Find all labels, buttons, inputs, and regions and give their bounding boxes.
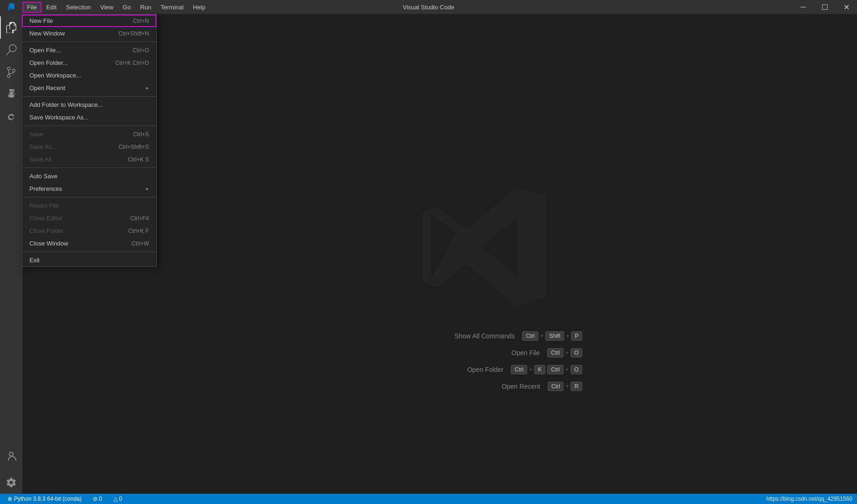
- shortcut-open-file: Open File Ctrl + O: [438, 348, 583, 357]
- menu-item-label: Close Folder: [29, 227, 128, 234]
- shortcut-keys: Ctrl + K Ctrl + O: [511, 365, 583, 374]
- activity-bar: [0, 14, 22, 494]
- menu-item-open-recent[interactable]: Open Recent ▸: [22, 82, 156, 94]
- key-ctrl: Ctrl: [548, 382, 564, 391]
- menu-item-add-folder[interactable]: Add Folder to Workspace...: [22, 98, 156, 111]
- statusbar-python-label: Python 3.8.3 64-bit (conda): [14, 496, 82, 502]
- menu-item-close-window[interactable]: Close Window Ctrl+W: [22, 237, 156, 250]
- menu-item-shortcut: Ctrl+W: [132, 240, 149, 247]
- menu-item-label: Save: [29, 131, 133, 138]
- statusbar-errors-label: ⊘ 0: [93, 496, 102, 502]
- key-ctrl: Ctrl: [547, 348, 563, 357]
- menu-item-shortcut: Ctrl+S: [133, 131, 149, 138]
- menu-item-label: Open Folder...: [29, 59, 115, 66]
- menu-item-label: Exit: [29, 257, 149, 264]
- menu-terminal[interactable]: Terminal: [156, 2, 188, 13]
- menu-item-shortcut: Ctrl+K F: [128, 228, 149, 234]
- shortcut-label: Open File: [474, 349, 540, 357]
- menu-item-revert: Revert File: [22, 199, 156, 212]
- window-title: Visual Studio Code: [403, 4, 454, 11]
- shortcut-open-folder: Open Folder Ctrl + K Ctrl + O: [438, 365, 583, 374]
- shortcut-keys: Ctrl + R: [548, 382, 582, 391]
- menu-edit[interactable]: Edit: [42, 2, 61, 13]
- key-p: P: [571, 331, 582, 341]
- key-ctrl2: Ctrl: [547, 365, 563, 374]
- menu-item-label: New File: [29, 17, 133, 24]
- file-menu-dropdown: New File Ctrl+N New Window Ctrl+Shift+N …: [21, 14, 157, 267]
- key-r: R: [571, 382, 583, 391]
- menu-go[interactable]: Go: [118, 2, 135, 13]
- menu-separator: [22, 42, 156, 42]
- menu-item-label: Save Workspace As...: [29, 114, 149, 121]
- menu-file[interactable]: File: [22, 2, 42, 13]
- menu-item-new-file[interactable]: New File Ctrl+N: [22, 14, 156, 27]
- activity-source-control[interactable]: [0, 61, 22, 84]
- menu-item-label: Open Workspace...: [29, 72, 149, 79]
- menu-separator: [22, 96, 156, 97]
- menu-item-label: Revert File: [29, 202, 149, 209]
- shortcut-keys: Ctrl + Shift + P: [522, 331, 583, 341]
- menu-item-save-workspace[interactable]: Save Workspace As...: [22, 111, 156, 124]
- statusbar-error-icon: ⊗: [7, 496, 12, 502]
- statusbar-warnings-label: △ 0: [113, 496, 122, 502]
- menu-item-shortcut: Ctrl+K S: [128, 156, 149, 163]
- menu-item-shortcut: Ctrl+Shift+S: [119, 144, 149, 150]
- submenu-arrow: ▸: [146, 186, 149, 192]
- activity-search[interactable]: [0, 39, 22, 61]
- menu-item-label: Add Folder to Workspace...: [29, 101, 149, 108]
- menu-item-label: Save All: [29, 156, 128, 163]
- shortcut-label: Open Folder: [438, 366, 504, 373]
- shortcut-keys: Ctrl + O: [547, 348, 582, 357]
- minimize-button[interactable]: ─: [793, 0, 814, 14]
- menu-item-label: Save As...: [29, 143, 119, 150]
- submenu-arrow: ▸: [146, 85, 149, 91]
- menu-item-save: Save Ctrl+S: [22, 128, 156, 140]
- menu-item-label: Auto Save: [29, 173, 149, 180]
- menu-item-preferences[interactable]: Preferences ▸: [22, 182, 156, 195]
- menu-item-label: Close Editor: [29, 215, 130, 222]
- statusbar-left: ⊗ Python 3.8.3 64-bit (conda) ⊘ 0 △ 0: [5, 494, 125, 504]
- shortcut-all-commands: Show All Commands Ctrl + Shift + P: [438, 331, 583, 341]
- menu-separator: [22, 126, 156, 126]
- activity-debug[interactable]: [0, 84, 22, 106]
- menu-item-save-as: Save As... Ctrl+Shift+S: [22, 140, 156, 153]
- menu-item-exit[interactable]: Exit: [22, 254, 156, 266]
- activity-explorer[interactable]: [0, 16, 22, 39]
- menu-item-auto-save[interactable]: Auto Save: [22, 170, 156, 182]
- key-ctrl: Ctrl: [511, 365, 527, 374]
- key-ctrl: Ctrl: [522, 331, 539, 341]
- key-o2: O: [570, 365, 582, 374]
- close-button[interactable]: ✕: [836, 0, 857, 14]
- menu-separator: [22, 197, 156, 197]
- statusbar-python[interactable]: ⊗ Python 3.8.3 64-bit (conda): [5, 494, 84, 504]
- titlebar: File Edit Selection View Go Run Terminal…: [0, 0, 857, 14]
- menu-item-shortcut: Ctrl+O: [133, 47, 149, 54]
- statusbar-warnings[interactable]: △ 0: [111, 494, 125, 504]
- menu-selection[interactable]: Selection: [61, 2, 95, 13]
- menu-item-close-folder: Close Folder Ctrl+K F: [22, 224, 156, 237]
- menu-item-shortcut: Ctrl+F4: [130, 215, 149, 222]
- menu-item-label: New Window: [29, 30, 119, 37]
- menu-view[interactable]: View: [96, 2, 118, 13]
- menu-item-open-file[interactable]: Open File... Ctrl+O: [22, 44, 156, 56]
- shortcuts-panel: Show All Commands Ctrl + Shift + P Open …: [438, 331, 583, 391]
- menu-item-shortcut: Ctrl+K Ctrl+O: [115, 60, 149, 66]
- activity-settings[interactable]: [0, 471, 22, 494]
- menu-separator: [22, 168, 156, 168]
- key-o: O: [570, 348, 582, 357]
- menu-item-shortcut: Ctrl+N: [133, 18, 149, 24]
- menu-item-label: Open File...: [29, 47, 133, 54]
- menu-item-close-editor: Close Editor Ctrl+F4: [22, 212, 156, 224]
- menu-run[interactable]: Run: [135, 2, 156, 13]
- menu-item-open-workspace[interactable]: Open Workspace...: [22, 69, 156, 82]
- menu-item-label: Close Window: [29, 240, 132, 247]
- menu-help[interactable]: Help: [188, 2, 210, 13]
- menu-item-new-window[interactable]: New Window Ctrl+Shift+N: [22, 27, 156, 40]
- activity-account[interactable]: [0, 445, 22, 468]
- activity-extensions[interactable]: [0, 106, 22, 128]
- statusbar-errors[interactable]: ⊘ 0: [90, 494, 105, 504]
- menu-item-open-folder[interactable]: Open Folder... Ctrl+K Ctrl+O: [22, 56, 156, 69]
- maximize-button[interactable]: ☐: [814, 0, 836, 14]
- key-shift: Shift: [545, 331, 564, 341]
- app-icon: [0, 3, 22, 11]
